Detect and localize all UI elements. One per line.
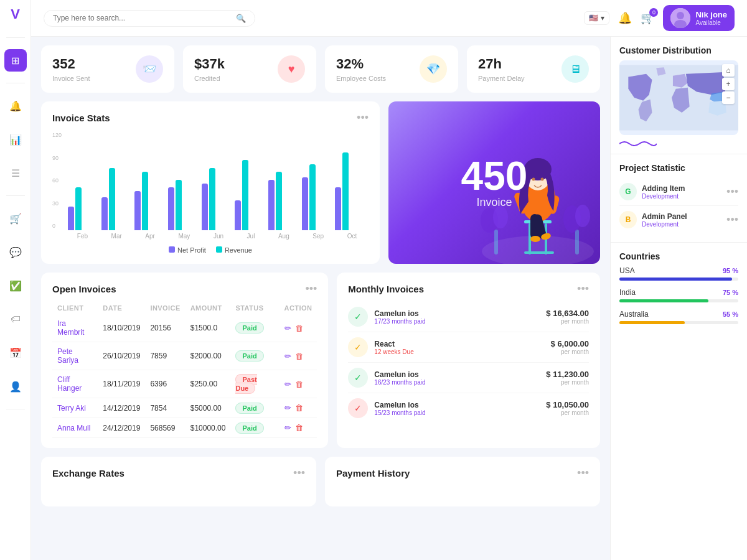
sidebar-item-check[interactable]: ✅ (4, 274, 27, 297)
svg-point-1 (677, 12, 684, 19)
invoice-promo-card: 450 Invoice (388, 101, 600, 264)
bar-net (68, 207, 74, 230)
invoice-promo-content: 450 Invoice (461, 156, 528, 209)
monthly-name: React (374, 340, 544, 348)
notification-button[interactable]: 🔔 (618, 11, 632, 25)
col-action: ACTION (280, 302, 317, 314)
chart-more-button[interactable]: ••• (357, 111, 369, 124)
countries-title: Countries (619, 251, 738, 261)
y-label-120: 120 (52, 132, 62, 138)
delete-button[interactable]: 🗑 (295, 403, 303, 413)
bar-rev (176, 180, 182, 230)
bar-rev (242, 160, 248, 230)
cell-status: Past Due (230, 370, 279, 398)
world-map-svg (619, 60, 738, 135)
progress-bar (619, 278, 738, 281)
sidebar-item-chart[interactable]: 📊 (4, 128, 27, 151)
stat-icon-employee: 💎 (420, 55, 447, 83)
project-icon: G (619, 183, 637, 200)
edit-button[interactable]: ✏ (284, 403, 291, 413)
edit-button[interactable]: ✏ (284, 324, 291, 333)
search-box[interactable]: 🔍 (44, 10, 255, 27)
stat-value-invoice: 352 (52, 56, 90, 72)
delete-button[interactable]: 🗑 (295, 324, 303, 333)
invoice-big-number: 450 (461, 156, 528, 196)
payment-history-card: Payment History ••• (325, 457, 600, 506)
map-zoom-in-button[interactable]: + (722, 78, 735, 90)
sidebar-item-cal[interactable]: 📅 (4, 342, 27, 364)
cell-status: Paid (230, 342, 279, 370)
payment-history-more-button[interactable]: ••• (577, 467, 589, 480)
legend-rev: Revenue (216, 246, 252, 254)
sidebar-item-bell[interactable]: 🔔 (4, 95, 27, 117)
delete-button[interactable]: 🗑 (295, 423, 303, 432)
cell-invoice: 568569 (145, 418, 185, 438)
bar-rev (276, 172, 282, 230)
table-header-row: CLIENT DATE INVOICE AMOUNT STATUS ACTION (52, 302, 317, 314)
col-date: DATE (98, 302, 145, 314)
sidebar-item-msg[interactable]: 💬 (4, 241, 27, 263)
monthly-item: ✓ Camelun ios 17/23 months paid $ 16,634… (348, 302, 589, 332)
project-list: G Adding Item Development ••• B Admin Pa… (619, 178, 738, 233)
chart-title: Invoice Stats (52, 113, 110, 123)
table-row: Cliff Hanger 18/11/2019 6396 $250.00 Pas… (52, 370, 317, 398)
cell-date: 18/10/2019 (98, 314, 145, 342)
project-more-button[interactable]: ••• (726, 213, 738, 226)
monthly-sub: 16/23 months paid (374, 379, 540, 386)
sidebar-item-cart[interactable]: 🛒 (4, 207, 27, 230)
open-invoices-title: Open Invoices (52, 284, 116, 294)
action-buttons: ✏ 🗑 (284, 423, 312, 432)
monthly-price: $ 16,634.00 (546, 309, 589, 318)
edit-button[interactable]: ✏ (284, 352, 291, 361)
sidebar-item-tag[interactable]: 🏷 (4, 308, 27, 330)
country-name: USA (619, 266, 635, 275)
country-header: USA 95 % (619, 266, 738, 275)
cart-button[interactable]: 🛒 0 (641, 11, 654, 25)
map-zoom-out-button[interactable]: − (722, 91, 735, 104)
sidebar-divider-4 (6, 409, 25, 409)
monthly-invoices-more-button[interactable]: ••• (577, 282, 589, 296)
monthly-invoices-card: Monthly Invoices ••• ✓ Camelun ios 17/23… (337, 273, 600, 448)
sidebar-logo: V (11, 6, 20, 22)
sidebar-item-user[interactable]: 👤 (4, 375, 27, 398)
edit-button[interactable]: ✏ (284, 380, 291, 389)
cell-action: ✏ 🗑 (280, 398, 317, 418)
y-label-30: 30 (52, 200, 62, 207)
monthly-per: per month (546, 379, 589, 386)
sidebar-item-menu[interactable]: ☰ (4, 162, 27, 184)
y-label-0: 0 (52, 223, 62, 229)
cell-status: Paid (230, 314, 279, 342)
bar-rev (142, 172, 148, 230)
bar-net (202, 184, 208, 230)
cell-client: Pete Sariya (52, 342, 98, 370)
svg-point-11 (530, 236, 540, 242)
monthly-amount: $ 6,000.00 per month (551, 339, 589, 355)
search-input[interactable] (53, 14, 232, 22)
svg-point-18 (541, 178, 544, 181)
stat-icon-invoice: 📨 (136, 55, 163, 83)
sidebar-item-home[interactable]: ⊞ (4, 49, 27, 72)
delete-button[interactable]: 🗑 (295, 380, 303, 389)
exchange-rates-more-button[interactable]: ••• (293, 467, 305, 480)
progress-fill (619, 321, 685, 324)
stat-icon-delay: 🖥 (561, 55, 589, 83)
table-row: Anna Mull 24/12/2019 568569 $10000.00 Pa… (52, 418, 317, 438)
project-icon: B (619, 211, 637, 228)
flag-selector[interactable]: 🇺🇸 ▾ (584, 11, 609, 25)
project-more-button[interactable]: ••• (726, 185, 738, 198)
monthly-info: Camelun ios 17/23 months paid (374, 309, 540, 325)
delete-button[interactable]: 🗑 (295, 352, 303, 361)
country-pct: 55 % (723, 310, 738, 318)
map-home-button[interactable]: ⌂ (722, 64, 735, 77)
monthly-price: $ 10,050.00 (546, 400, 589, 409)
country-name: Australia (619, 310, 649, 319)
x-label: Aug (278, 233, 289, 240)
bar-rev (309, 164, 316, 230)
user-card[interactable]: Nik jone Available (663, 5, 735, 31)
open-invoices-more-button[interactable]: ••• (305, 282, 317, 296)
cell-invoice: 20156 (145, 314, 185, 342)
bar-group (202, 168, 233, 230)
stat-value-delay: 27h (478, 56, 525, 72)
edit-button[interactable]: ✏ (284, 423, 291, 432)
svg-point-21 (493, 206, 508, 228)
